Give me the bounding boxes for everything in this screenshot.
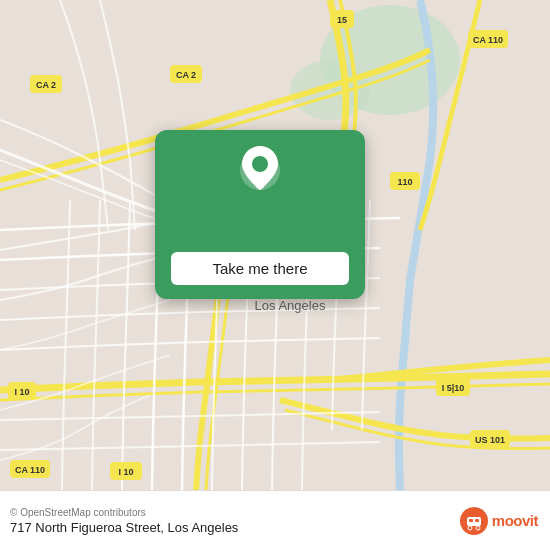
svg-text:15: 15	[337, 15, 347, 25]
svg-text:CA 110: CA 110	[473, 35, 503, 45]
svg-text:CA 110: CA 110	[15, 465, 45, 475]
moovit-icon	[460, 507, 488, 535]
svg-text:CA 2: CA 2	[36, 80, 56, 90]
svg-text:I 10: I 10	[14, 387, 29, 397]
svg-text:I 5|10: I 5|10	[442, 383, 465, 393]
svg-rect-33	[469, 519, 473, 522]
svg-text:CA 2: CA 2	[176, 70, 196, 80]
popup-card: Take me there	[155, 130, 365, 299]
svg-text:Los Angeles: Los Angeles	[255, 298, 326, 313]
footer: © OpenStreetMap contributors 717 North F…	[0, 490, 550, 550]
footer-info: © OpenStreetMap contributors 717 North F…	[10, 507, 238, 535]
svg-point-2	[290, 60, 370, 120]
copyright-text: © OpenStreetMap contributors	[10, 507, 238, 518]
svg-point-32	[476, 526, 480, 530]
map-container: CA 2 CA 2 CA 110 15 110 I 10 I 10 CA 110…	[0, 0, 550, 490]
take-me-there-button[interactable]: Take me there	[171, 252, 349, 285]
svg-rect-34	[475, 519, 479, 522]
svg-text:I 10: I 10	[118, 467, 133, 477]
svg-text:US 101: US 101	[475, 435, 505, 445]
moovit-logo: moovit	[460, 507, 538, 535]
moovit-brand-text: moovit	[492, 512, 538, 529]
map-pin-icon	[240, 144, 280, 192]
svg-point-31	[468, 526, 472, 530]
svg-rect-30	[467, 517, 481, 526]
svg-text:110: 110	[397, 177, 412, 187]
address-text: 717 North Figueroa Street, Los Angeles	[10, 520, 238, 535]
svg-point-28	[252, 156, 268, 172]
